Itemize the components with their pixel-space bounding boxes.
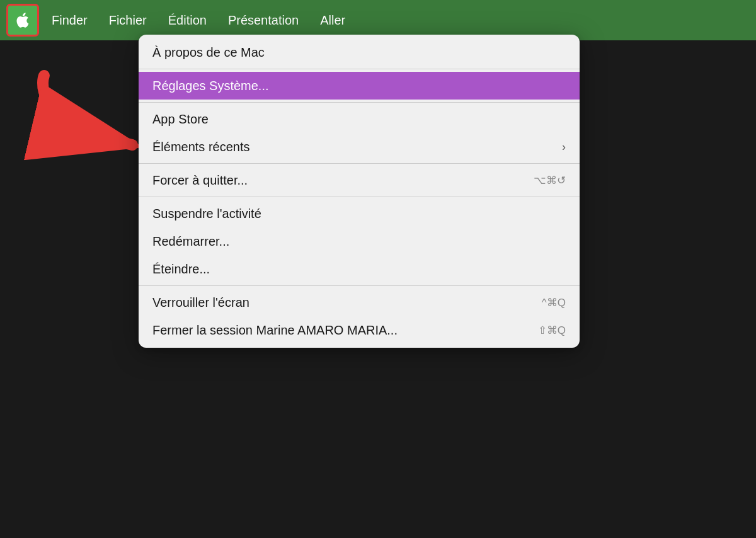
menu-divider	[139, 197, 580, 197]
shortcut-force-quit: ⌥⌘↺	[534, 174, 566, 187]
shortcut-lock: ^⌘Q	[542, 296, 566, 309]
apple-menu-button[interactable]	[6, 4, 39, 37]
menu-item-system-prefs[interactable]: Réglages Système...	[139, 72, 580, 100]
menubar-finder[interactable]: Finder	[43, 9, 96, 31]
apple-icon	[14, 11, 32, 29]
menu-divider	[139, 285, 580, 286]
menu-item-label-restart: Redémarrer...	[152, 234, 229, 249]
menu-divider	[139, 102, 580, 103]
menu-item-label-about: À propos de ce Mac	[152, 45, 265, 60]
menu-item-force-quit[interactable]: Forcer à quitter...⌥⌘↺	[139, 166, 580, 194]
menu-item-label-lock: Verrouiller l'écran	[152, 295, 249, 310]
menu-item-label-shutdown: Éteindre...	[152, 262, 210, 277]
menu-item-recent[interactable]: Éléments récents›	[139, 133, 580, 161]
menu-item-label-force-quit: Forcer à quitter...	[152, 173, 248, 188]
menu-item-logout[interactable]: Fermer la session Marine AMARO MARIA...⇧…	[139, 316, 580, 344]
menu-item-label-app-store: App Store	[152, 112, 209, 127]
menu-divider	[139, 69, 580, 69]
menubar-edition[interactable]: Édition	[159, 9, 215, 31]
menu-divider	[139, 163, 580, 164]
menubar-fichier[interactable]: Fichier	[100, 9, 156, 31]
menu-item-app-store[interactable]: App Store	[139, 105, 580, 133]
menu-item-label-recent: Éléments récents	[152, 140, 250, 154]
menu-item-label-logout: Fermer la session Marine AMARO MARIA...	[152, 323, 398, 338]
chevron-right-icon: ›	[562, 140, 566, 154]
shortcut-logout: ⇧⌘Q	[538, 324, 566, 337]
menu-item-restart[interactable]: Redémarrer...	[139, 227, 580, 255]
menu-item-label-system-prefs: Réglages Système...	[152, 79, 269, 93]
menu-item-about[interactable]: À propos de ce Mac	[139, 38, 580, 66]
menubar-aller[interactable]: Aller	[311, 9, 354, 31]
apple-dropdown-menu: À propos de ce MacRéglages Système...App…	[139, 35, 580, 348]
menubar-presentation[interactable]: Présentation	[219, 9, 307, 31]
menu-item-sleep[interactable]: Suspendre l'activité	[139, 200, 580, 227]
menu-item-label-sleep: Suspendre l'activité	[152, 207, 261, 221]
menu-item-shutdown[interactable]: Éteindre...	[139, 255, 580, 283]
menu-item-lock[interactable]: Verrouiller l'écran^⌘Q	[139, 289, 580, 316]
